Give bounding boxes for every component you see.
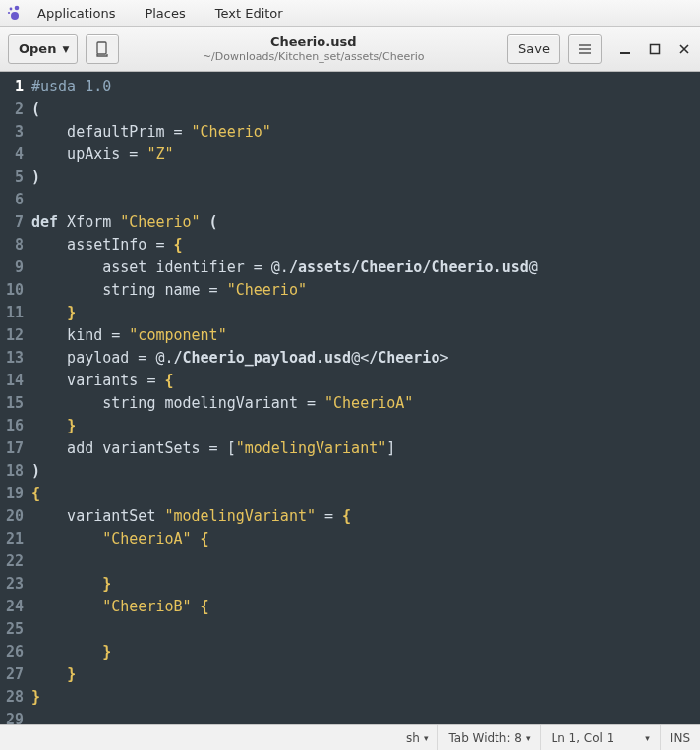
minimize-button[interactable] xyxy=(617,41,633,57)
new-document-icon xyxy=(94,41,110,57)
line-number: 3 xyxy=(0,121,24,144)
code-line[interactable]: "CheerioB" { xyxy=(31,596,700,618)
status-tabwidth[interactable]: Tab Width: 8▾ xyxy=(438,725,540,750)
line-number: 25 xyxy=(0,618,24,641)
svg-point-1 xyxy=(10,8,13,11)
line-number: 1 xyxy=(0,76,24,98)
hamburger-menu-button[interactable] xyxy=(568,34,602,64)
line-number: 11 xyxy=(0,302,24,324)
code-line[interactable]: assetInfo = { xyxy=(31,234,700,257)
svg-point-0 xyxy=(15,6,20,11)
code-line[interactable]: upAxis = "Z" xyxy=(31,144,700,166)
code-line[interactable]: ) xyxy=(31,166,700,189)
menubar-texteditor[interactable]: Text Editor xyxy=(209,3,289,24)
code-line[interactable]: } xyxy=(31,641,700,663)
line-number: 16 xyxy=(0,415,24,437)
maximize-button[interactable] xyxy=(647,41,663,57)
code-area[interactable]: #usda 1.0( defaultPrim = "Cheerio" upAxi… xyxy=(28,72,700,724)
line-number: 26 xyxy=(0,641,24,663)
svg-rect-4 xyxy=(97,42,106,54)
line-number: 12 xyxy=(0,324,24,347)
line-number: 19 xyxy=(0,483,24,505)
line-number: 28 xyxy=(0,686,24,709)
code-line[interactable]: ) xyxy=(31,460,700,483)
code-line[interactable]: add variantSets = ["modelingVariant"] xyxy=(31,437,700,460)
line-number: 22 xyxy=(0,550,24,573)
chevron-down-icon: ▾ xyxy=(526,733,531,743)
line-number: 8 xyxy=(0,234,24,257)
document-title: Cheerio.usd xyxy=(270,35,356,49)
line-number: 10 xyxy=(0,279,24,302)
line-number: 13 xyxy=(0,347,24,370)
chevron-down-icon: ▾ xyxy=(424,733,429,743)
code-line[interactable] xyxy=(31,709,700,724)
code-line[interactable] xyxy=(31,618,700,641)
editor[interactable]: 1234567891011121314151617181920212223242… xyxy=(0,72,700,724)
line-number: 21 xyxy=(0,528,24,550)
status-language-label: sh xyxy=(406,731,420,745)
chevron-down-icon: ▼ xyxy=(62,44,69,54)
close-button[interactable] xyxy=(676,41,692,57)
svg-rect-5 xyxy=(620,52,630,54)
open-button-label: Open xyxy=(19,41,56,56)
code-line[interactable]: #usda 1.0 xyxy=(31,76,700,98)
gnome-foot-icon xyxy=(6,5,22,21)
line-number: 14 xyxy=(0,370,24,392)
code-line[interactable]: { xyxy=(31,483,700,505)
line-number: 2 xyxy=(0,98,24,121)
line-number: 7 xyxy=(0,211,24,234)
line-number: 9 xyxy=(0,257,24,279)
code-line[interactable]: } xyxy=(31,415,700,437)
hamburger-icon xyxy=(578,42,592,56)
new-document-button[interactable] xyxy=(86,34,119,64)
code-line[interactable]: defaultPrim = "Cheerio" xyxy=(31,121,700,144)
code-line[interactable]: kind = "component" xyxy=(31,324,700,347)
status-position-label: Ln 1, Col 1 xyxy=(551,731,613,745)
status-position[interactable]: Ln 1, Col 1▾ xyxy=(540,725,659,750)
code-line[interactable]: } xyxy=(31,573,700,596)
status-language[interactable]: sh▾ xyxy=(396,725,438,750)
line-number: 4 xyxy=(0,144,24,166)
status-bar: sh▾ Tab Width: 8▾ Ln 1, Col 1▾ INS xyxy=(0,724,700,750)
code-line[interactable]: } xyxy=(31,302,700,324)
window-controls xyxy=(617,41,692,57)
title-block: Cheerio.usd ~/Downloads/Kitchen_set/asse… xyxy=(127,35,499,62)
status-insert-mode[interactable]: INS xyxy=(660,725,700,750)
svg-rect-6 xyxy=(651,44,660,53)
code-line[interactable]: } xyxy=(31,686,700,709)
status-insert-label: INS xyxy=(671,731,690,745)
document-path: ~/Downloads/Kitchen_set/assets/Cheerio xyxy=(203,51,425,63)
code-line[interactable] xyxy=(31,189,700,211)
code-line[interactable]: asset identifier = @./assets/Cheerio/Che… xyxy=(31,257,700,279)
line-number: 5 xyxy=(0,166,24,189)
desktop-menubar: Applications Places Text Editor xyxy=(0,0,700,27)
code-line[interactable] xyxy=(31,550,700,573)
line-number: 6 xyxy=(0,189,24,211)
line-number: 17 xyxy=(0,437,24,460)
svg-point-3 xyxy=(11,12,19,20)
save-button-label: Save xyxy=(518,41,550,56)
line-number: 15 xyxy=(0,392,24,415)
open-button[interactable]: Open ▼ xyxy=(8,34,78,64)
line-number: 24 xyxy=(0,596,24,618)
code-line[interactable]: variantSet "modelingVariant" = { xyxy=(31,505,700,528)
headerbar: Open ▼ Cheerio.usd ~/Downloads/Kitchen_s… xyxy=(0,27,700,72)
code-line[interactable]: "CheerioA" { xyxy=(31,528,700,550)
status-tabwidth-label: Tab Width: 8 xyxy=(448,731,521,745)
code-line[interactable]: payload = @./Cheerio_payload.usd@</Cheer… xyxy=(31,347,700,370)
code-line[interactable]: def Xform "Cheerio" ( xyxy=(31,211,700,234)
line-number: 18 xyxy=(0,460,24,483)
code-line[interactable]: } xyxy=(31,663,700,686)
menubar-applications[interactable]: Applications xyxy=(31,3,121,24)
code-line[interactable]: variants = { xyxy=(31,370,700,392)
code-line[interactable]: string name = "Cheerio" xyxy=(31,279,700,302)
line-number: 20 xyxy=(0,505,24,528)
menubar-places[interactable]: Places xyxy=(139,3,191,24)
save-button[interactable]: Save xyxy=(507,34,560,64)
line-number: 23 xyxy=(0,573,24,596)
chevron-down-icon: ▾ xyxy=(645,733,650,743)
line-number: 29 xyxy=(0,709,24,731)
code-line[interactable]: ( xyxy=(31,98,700,121)
code-line[interactable]: string modelingVariant = "CheerioA" xyxy=(31,392,700,415)
line-number: 27 xyxy=(0,663,24,686)
